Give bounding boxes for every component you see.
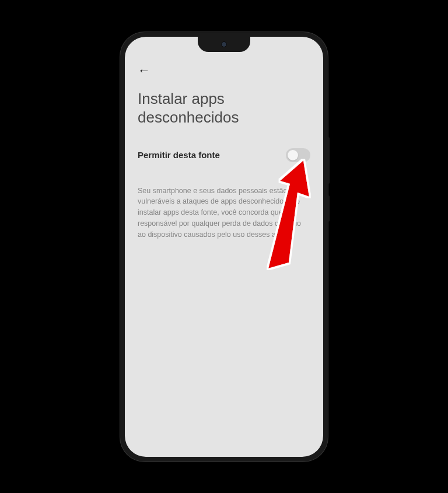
back-arrow-icon: ←	[138, 63, 150, 78]
page-title: Instalar apps desconhecidos	[138, 89, 310, 127]
phone-side-button	[328, 195, 330, 222]
phone-notch	[198, 37, 250, 52]
setting-description: Seu smartphone e seus dados pessoais est…	[138, 186, 310, 240]
back-button[interactable]: ←	[138, 61, 156, 80]
allow-source-setting[interactable]: Permitir desta fonte	[138, 148, 310, 162]
phone-screen: ← Instalar apps desconhecidos Permitir d…	[125, 37, 323, 457]
allow-source-toggle[interactable]	[286, 148, 310, 162]
front-camera	[221, 41, 227, 47]
phone-frame: ← Instalar apps desconhecidos Permitir d…	[120, 32, 328, 461]
setting-label: Permitir desta fonte	[138, 150, 220, 160]
phone-side-button	[328, 137, 330, 184]
settings-content: ← Instalar apps desconhecidos Permitir d…	[125, 37, 323, 252]
toggle-knob	[288, 150, 298, 160]
